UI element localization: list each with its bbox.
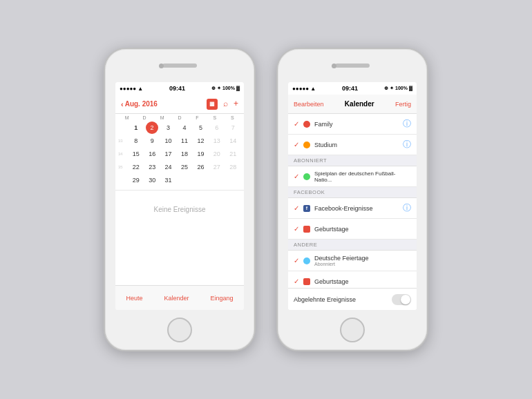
text-feiertage: Deutsche Feiertage <box>314 255 369 262</box>
cal-day-31[interactable]: 31 <box>160 174 176 186</box>
check-geburtstage-fb: ✓ <box>294 225 301 233</box>
dot-feiertage <box>303 257 310 264</box>
status-left-2: ●●●●● ▲ <box>292 86 316 92</box>
cal-day-15[interactable]: 15 <box>128 148 144 160</box>
cal-day-30[interactable]: 30 <box>144 174 160 186</box>
row-family[interactable]: ✓ Family ⓘ <box>288 114 417 135</box>
cal-day-17[interactable]: 17 <box>160 148 176 160</box>
cal-grid-icon[interactable]: ▦ <box>207 99 218 110</box>
cal-day-13[interactable]: 13 <box>209 135 225 147</box>
dot-spielplan <box>303 173 310 180</box>
status-left-1: ●●●●● ▲ <box>120 86 143 92</box>
cal-day-24[interactable]: 24 <box>160 161 176 173</box>
home-button-2[interactable] <box>340 318 365 342</box>
calendar-nav: ‹ Aug. 2016 ▦ ⌕ + <box>115 95 244 114</box>
cal-day-20[interactable]: 20 <box>209 148 225 160</box>
row-spielplan[interactable]: ✓ Spielplan der deutschen Fußball-Natio.… <box>288 166 417 187</box>
row-studium[interactable]: ✓ Studium ⓘ <box>288 135 417 155</box>
cal-day-16[interactable]: 16 <box>144 148 160 160</box>
dot-geburtstage-fb <box>303 226 310 233</box>
cal-add-icon[interactable]: + <box>234 99 238 110</box>
row-fb-events[interactable]: ✓ f Facebook-Ereignisse ⓘ <box>288 198 417 219</box>
row-geburtstage-fb[interactable]: ✓ Geburtstage <box>288 219 417 240</box>
cal-day-7[interactable]: 7 <box>225 121 241 134</box>
cal-day-21[interactable]: 21 <box>225 148 241 160</box>
iphone-bottom-1 <box>105 310 254 350</box>
time-1: 09:41 <box>169 85 185 92</box>
cal-day-4[interactable]: 4 <box>176 121 192 134</box>
dot-studium <box>303 142 310 148</box>
tab-kalender[interactable]: Kalender <box>164 295 189 302</box>
iphone-calendar: ●●●●● ▲ 09:41 ⊕ ✦ 100% ▓ ‹ Aug. 2016 ▦ ⌕… <box>104 48 256 351</box>
week-num-2: 33 <box>118 139 128 143</box>
cal-day-22[interactable]: 22 <box>128 161 144 173</box>
cal-day-12[interactable]: 12 <box>193 135 209 147</box>
text-geburtstage-and: Geburtstage <box>314 278 411 285</box>
cal-week-2: 33 8 9 10 11 12 13 14 <box>118 135 241 147</box>
cal-day-1[interactable]: 1 <box>128 121 144 134</box>
text-family: Family <box>314 121 403 128</box>
info-family[interactable]: ⓘ <box>403 118 411 130</box>
info-studium[interactable]: ⓘ <box>403 139 411 150</box>
cal-week-4: 35 22 23 24 25 26 27 28 <box>118 161 241 173</box>
dow-sun: S <box>224 115 241 120</box>
row-feiertage[interactable]: ✓ Deutsche Feiertage Abonniert <box>288 251 417 271</box>
bearbeiten-button[interactable]: Bearbeiten <box>294 101 324 108</box>
wifi-icon-1: ▲ <box>137 86 143 92</box>
cal-day-14[interactable]: 14 <box>225 135 241 147</box>
dow-sat: S <box>206 115 223 120</box>
text-spielplan: Spielplan der deutschen Fußball-Natio... <box>314 171 411 183</box>
cal-divider <box>115 190 244 191</box>
dot-family <box>303 121 310 128</box>
wifi-icon-2: ▲ <box>310 86 316 92</box>
cal-day-27[interactable]: 27 <box>209 161 225 173</box>
signal-icon-2: ●●●●● <box>292 86 309 92</box>
cal-day-8[interactable]: 8 <box>128 135 144 147</box>
cal-day-23[interactable]: 23 <box>144 161 160 173</box>
cal-back-icon[interactable]: ‹ <box>121 100 124 108</box>
dow-wed: M <box>153 115 171 120</box>
section-facebook: FACEBOOK <box>288 187 417 198</box>
cal-day-6[interactable]: 6 <box>209 121 225 134</box>
week-num-4: 35 <box>118 165 128 169</box>
cal-day-10[interactable]: 10 <box>160 135 176 147</box>
camera-1 <box>159 64 164 68</box>
iphone-bottom-2 <box>278 310 427 350</box>
cal-back-title[interactable]: ‹ Aug. 2016 <box>121 100 158 108</box>
abgelehnte-toggle[interactable] <box>392 294 411 305</box>
sub-feiertage: Abonniert <box>314 262 369 266</box>
info-fb-events[interactable]: ⓘ <box>403 202 411 214</box>
tab-eingang[interactable]: Eingang <box>210 295 233 302</box>
calendar-grid: M D M D F S S 1 2 3 4 5 6 7 33 <box>115 114 244 188</box>
signal-icon-1: ●●●●● <box>120 86 136 92</box>
camera-2 <box>332 64 336 68</box>
battery-icon-2: ⊕ ✦ 100% ▓ <box>384 86 412 91</box>
speaker-1 <box>162 64 197 68</box>
cal-day-28[interactable]: 28 <box>225 161 241 173</box>
cal-search-icon[interactable]: ⌕ <box>223 99 228 110</box>
check-fb-events: ✓ <box>294 204 301 212</box>
battery-icon-1: ⊕ ✦ 100% ▓ <box>211 86 240 91</box>
screen-kalender: ●●●●● ▲ 09:41 ⊕ ✦ 100% ▓ Bearbeiten Kale… <box>288 82 417 310</box>
cal-day-5[interactable]: 5 <box>193 121 209 134</box>
cal-day-25[interactable]: 25 <box>176 161 192 173</box>
cal-day-26[interactable]: 26 <box>193 161 209 173</box>
week-num-3: 34 <box>118 152 128 156</box>
kalender-nav: Bearbeiten Kalender Fertig <box>288 95 417 114</box>
tab-heute[interactable]: Heute <box>126 295 142 302</box>
check-family: ✓ <box>294 120 301 128</box>
status-right-1: ⊕ ✦ 100% ▓ <box>211 86 240 91</box>
cal-nav-icons: ▦ ⌕ + <box>207 99 238 110</box>
cal-dow-row: M D M D F S S <box>118 115 241 120</box>
fertig-button[interactable]: Fertig <box>395 101 411 108</box>
home-button-1[interactable] <box>167 318 192 342</box>
cal-day-19[interactable]: 19 <box>193 148 209 160</box>
cal-day-3[interactable]: 3 <box>160 121 176 134</box>
cal-day-9[interactable]: 9 <box>144 135 160 147</box>
cal-day-2[interactable]: 2 <box>146 121 158 134</box>
dow-fri: F <box>189 115 206 120</box>
cal-week-3: 34 15 16 17 18 19 20 21 <box>118 148 241 160</box>
cal-day-11[interactable]: 11 <box>176 135 192 147</box>
cal-day-18[interactable]: 18 <box>176 148 192 160</box>
cal-day-29[interactable]: 29 <box>128 174 144 186</box>
